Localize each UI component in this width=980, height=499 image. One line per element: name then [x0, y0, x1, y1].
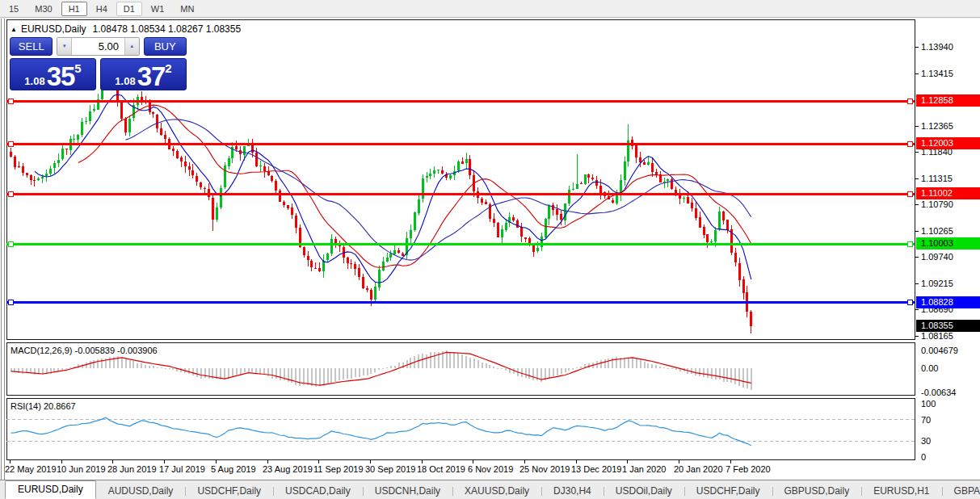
price-tick-label: 1.12365 [921, 121, 953, 132]
time-tick-label: 30 Sep 2019 [365, 464, 415, 474]
time-tick-mark [318, 460, 319, 463]
time-tick-mark [164, 460, 165, 463]
chart-symbol-period: EURUSD,Daily [21, 23, 86, 35]
level-price-label: 1.08828 [916, 296, 980, 308]
macd-axis-label: -0.00634 [921, 388, 956, 398]
chart-tab-eurusd-h1[interactable]: EURUSD,H1 [861, 484, 941, 499]
time-tick-mark [679, 460, 679, 463]
price-tick-mark [915, 73, 919, 74]
level-price-label: 1.12003 [916, 137, 980, 149]
price-tick-mark [915, 257, 919, 258]
time-tick-mark [267, 460, 268, 463]
timeframe-button-m30[interactable]: M30 [27, 2, 59, 16]
sell-button[interactable]: SELL [10, 37, 53, 56]
time-tick-label: 28 Jun 2019 [107, 464, 157, 474]
time-tick-label: 13 Dec 2019 [571, 464, 621, 474]
time-tick-mark [216, 460, 217, 463]
macd-indicator-label: MACD(12,26,9) -0.005839 -0.003906 [11, 346, 158, 355]
time-tick-label: 7 Feb 2020 [726, 464, 771, 474]
mt4-terminal: 15M30H1H4D1W1MN ▲EURUSD,Daily1.08478 1.0… [0, 0, 980, 499]
chart-ohlc-values: 1.08478 1.08534 1.08267 1.08355 [93, 23, 242, 35]
timeframe-toolbar: 15M30H1H4D1W1MN [0, 0, 980, 18]
time-tick-label: 11 Sep 2019 [313, 464, 364, 474]
sell-quote-panel[interactable]: 1.08 35 5 [10, 58, 96, 90]
time-tick-mark [576, 460, 577, 463]
sell-price-sup: 5 [74, 61, 81, 74]
macd-axis-label: 0.004679 [921, 346, 958, 356]
buy-price-sup: 2 [165, 61, 171, 74]
level-price-label: 1.12858 [916, 94, 980, 107]
time-tick-mark [473, 460, 473, 463]
rsi-axis-label: 70 [921, 415, 931, 426]
time-tick-label: 6 Nov 2019 [468, 464, 513, 474]
current-price-label: 1.08355 [916, 320, 980, 332]
timeframe-button-15[interactable]: 15 [2, 2, 26, 16]
time-tick-mark [730, 460, 731, 463]
volume-stepper: ▼ 5.00 ▲ [57, 37, 139, 56]
time-tick-label: 17 Jul 2019 [159, 464, 205, 474]
chart-tab-usdchf-daily[interactable]: USDCHF,Daily [684, 484, 772, 499]
chart-tab-usdcad-daily[interactable]: USDCAD,Daily [273, 484, 363, 499]
rsi-axis-label: 30 [921, 436, 931, 447]
collapse-triangle-icon[interactable]: ▲ [11, 26, 17, 33]
chart-tab-dj30-h4[interactable]: DJ30,H4 [541, 484, 604, 499]
time-tick-label: 18 Oct 2019 [417, 464, 465, 474]
chart-tab-usdchf-daily[interactable]: USDCHF,Daily [185, 484, 273, 499]
price-tick-label: 1.11315 [921, 174, 953, 184]
price-tick-mark [915, 336, 919, 337]
buy-quote-panel[interactable]: 1.08 37 2 [100, 58, 187, 90]
chart-tab-gbpaud-h1[interactable]: GBPAUD,H1 [942, 484, 980, 499]
time-tick-label: 1 Jan 2020 [622, 464, 666, 474]
sell-price-big: 35 [47, 64, 75, 89]
time-tick-label: 10 Jun 2019 [57, 464, 106, 474]
price-tick-mark [915, 309, 919, 310]
time-tick-mark [627, 460, 628, 463]
chart-tab-usdoil-daily[interactable]: USDOil,Daily [604, 484, 684, 499]
price-tick-label: 1.09215 [921, 279, 953, 289]
one-click-trading-widget: SELL ▼ 5.00 ▲ BUY 1.08 35 5 1.08 37 2 [10, 37, 187, 90]
price-tick-label: 1.10790 [921, 199, 953, 210]
time-tick-label: 20 Jan 2020 [674, 464, 723, 474]
chart-tab-xauusd-daily[interactable]: XAUUSD,Daily [452, 484, 541, 499]
time-tick-label: 23 Aug 2019 [263, 464, 313, 474]
price-tick-label: 1.09740 [921, 252, 953, 262]
price-tick-mark [915, 204, 919, 205]
price-tick-label: 1.13940 [921, 42, 953, 52]
time-tick-mark [61, 460, 62, 463]
time-tick-mark [112, 460, 113, 463]
volume-increase-icon[interactable]: ▲ [124, 38, 138, 55]
timeframe-button-h4[interactable]: H4 [89, 2, 115, 16]
price-tick-mark [915, 126, 919, 127]
chart-tab-usdcnh-daily[interactable]: USDCNH,Daily [363, 484, 452, 499]
volume-decrease-icon[interactable]: ▼ [57, 38, 71, 55]
time-tick-mark [422, 460, 423, 463]
time-tick-mark [370, 460, 371, 463]
volume-field[interactable]: 5.00 [72, 38, 124, 55]
chart-tab-gbpusd-daily[interactable]: GBPUSD,Daily [772, 484, 862, 499]
timeframe-button-mn[interactable]: MN [173, 2, 201, 16]
rsi-indicator-label: RSI(14) 20.8667 [11, 401, 76, 411]
buy-price-big: 37 [137, 64, 166, 89]
level-price-label: 1.11002 [916, 187, 980, 199]
price-tick-label: 1.08165 [921, 331, 953, 342]
price-tick-label: 1.10265 [921, 226, 953, 237]
buy-price-prefix: 1.08 [115, 73, 135, 89]
price-tick-label: 1.13415 [921, 69, 953, 79]
rsi-pane-canvas[interactable] [0, 398, 980, 460]
price-tick-mark [915, 47, 919, 48]
timeframe-button-d1[interactable]: D1 [116, 2, 142, 16]
price-tick-mark [915, 283, 919, 284]
chart-tab-audusd-daily[interactable]: AUDUSD,Daily [96, 484, 186, 499]
rsi-axis-label: 100 [921, 399, 936, 409]
price-tick-mark [915, 231, 919, 232]
level-price-label: 1.10003 [916, 237, 980, 250]
sell-price-prefix: 1.08 [24, 73, 44, 89]
time-tick-label: 25 Nov 2019 [519, 464, 570, 474]
macd-axis-label: 0.00 [921, 363, 938, 374]
buy-button[interactable]: BUY [144, 37, 187, 56]
price-tick-mark [915, 178, 919, 179]
timeframe-button-h1[interactable]: H1 [61, 2, 87, 16]
chart-tab-eurusd-daily[interactable]: EURUSD,Daily [5, 480, 96, 499]
timeframe-button-w1[interactable]: W1 [144, 2, 172, 16]
time-tick-label: 5 Aug 2019 [211, 464, 256, 474]
